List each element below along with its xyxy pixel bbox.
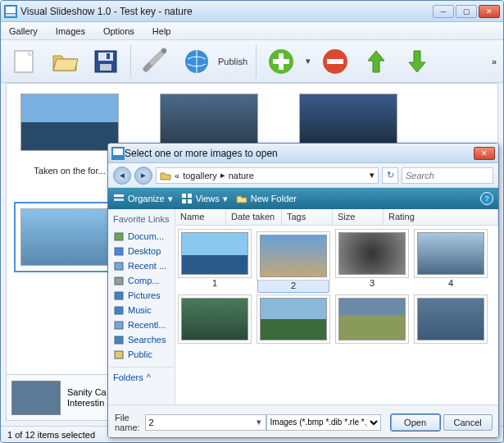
views-label: Views [196, 194, 220, 203]
move-down-button[interactable] [401, 45, 434, 78]
favorite-link[interactable]: Music [110, 303, 173, 317]
col-tags[interactable]: Tags [282, 209, 333, 225]
file-thumb[interactable]: 3 [336, 232, 408, 293]
svg-rect-32 [115, 351, 123, 359]
breadcrumb-sep: « [175, 171, 179, 180]
svg-rect-7 [100, 64, 111, 71]
organize-button[interactable]: Organize ▾ [113, 193, 173, 204]
breadcrumb-part[interactable]: nature [229, 171, 254, 180]
organize-label: Organize [128, 194, 165, 203]
col-rating[interactable]: Rating [384, 209, 498, 225]
chevron-down-icon: ▾ [168, 194, 173, 204]
toolbar-overflow-icon[interactable]: » [492, 57, 497, 66]
dialog-close-button[interactable]: ✕ [474, 147, 495, 160]
open-button[interactable]: Open [391, 414, 440, 431]
computer-icon [113, 275, 125, 286]
favorite-label: Searches [128, 335, 166, 345]
chevron-down-icon[interactable]: ▾ [257, 417, 261, 427]
dialog-body: Favorite Links Docum...DesktopRecent ...… [108, 209, 498, 404]
file-open-dialog: Select one or more images to open ✕ ◄ ► … [107, 143, 499, 438]
favorites-pane: Favorite Links Docum...DesktopRecent ...… [108, 209, 175, 404]
main-titlebar[interactable]: Visual Slideshow 1.0 - Test key - nature… [1, 1, 503, 22]
dialog-titlebar[interactable]: Select one or more images to open ✕ [108, 144, 498, 163]
favorite-link[interactable]: Recent ... [110, 258, 173, 273]
search-input[interactable] [402, 167, 493, 184]
new-folder-button[interactable]: New Folder [236, 193, 297, 204]
organize-icon [113, 193, 125, 204]
add-button[interactable] [265, 45, 297, 78]
settings-button[interactable] [139, 45, 172, 78]
maximize-button[interactable]: ▢ [456, 5, 477, 18]
recent-icon [113, 319, 125, 331]
add-dropdown-icon[interactable]: ▾ [306, 56, 311, 66]
refresh-button[interactable]: ↻ [382, 167, 398, 184]
favorite-link[interactable]: Docum... [110, 229, 173, 244]
svg-rect-26 [115, 263, 123, 270]
main-title: Visual Slideshow 1.0 - Test key - nature [20, 6, 433, 17]
favorite-label: Pictures [128, 290, 161, 300]
main-toolbar: Publish ▾ » [1, 40, 503, 83]
views-button[interactable]: Views ▾ [181, 193, 228, 204]
menubar: Gallery Images Options Help [1, 22, 503, 40]
nav-back-button[interactable]: ◄ [113, 167, 131, 185]
svg-rect-30 [115, 322, 123, 329]
cancel-button[interactable]: Cancel [443, 414, 493, 431]
file-image [338, 298, 406, 340]
file-thumb[interactable] [415, 298, 487, 344]
menu-help[interactable]: Help [149, 25, 175, 38]
chevron-down-icon[interactable]: ▾ [370, 170, 375, 180]
new-button[interactable] [7, 45, 40, 78]
favorite-label: Recentl... [128, 320, 166, 330]
app-icon [4, 5, 17, 18]
svg-rect-20 [182, 194, 186, 198]
folders-toggle[interactable]: Folders ^ [110, 367, 173, 384]
breadcrumb[interactable]: « togallery ▸ nature ▾ [156, 167, 379, 184]
toolbar-separator [256, 45, 257, 78]
menu-gallery[interactable]: Gallery [6, 25, 41, 38]
col-date[interactable]: Date taken [226, 209, 282, 225]
pictures-icon [113, 290, 125, 301]
favorite-link[interactable]: Comp... [110, 273, 173, 288]
favorite-link[interactable]: Desktop [110, 244, 173, 258]
list-header: Name Date taken Tags Size Rating [175, 209, 498, 226]
search-icon [113, 334, 125, 345]
folder-icon [236, 193, 247, 204]
file-thumb[interactable]: 1 [179, 232, 251, 293]
file-thumb[interactable] [257, 298, 329, 344]
filename-input[interactable] [145, 414, 266, 431]
open-button[interactable] [48, 45, 81, 78]
favorite-label: Public [128, 349, 152, 359]
help-button[interactable]: ? [480, 192, 493, 205]
chevron-up-icon: ^ [147, 372, 151, 382]
col-size[interactable]: Size [333, 209, 384, 225]
svg-rect-1 [6, 7, 16, 13]
svg-rect-28 [115, 292, 123, 299]
favorite-label: Music [128, 305, 152, 315]
favorite-link[interactable]: Pictures [110, 288, 173, 303]
file-thumb[interactable] [336, 298, 408, 344]
svg-rect-13 [273, 59, 289, 64]
status-text: 1 of 12 items selected [7, 430, 95, 440]
svg-rect-18 [114, 194, 124, 197]
toolbar-separator [130, 45, 131, 78]
favorite-link[interactable]: Public [110, 347, 173, 362]
move-up-button[interactable] [360, 45, 393, 78]
favorite-link[interactable]: Recentl... [110, 317, 173, 332]
remove-button[interactable] [319, 45, 352, 78]
save-button[interactable] [89, 45, 122, 78]
menu-images[interactable]: Images [52, 25, 89, 38]
detail-line: Sanity Ca [67, 387, 107, 398]
nav-forward-button[interactable]: ► [134, 167, 152, 185]
breadcrumb-part[interactable]: togallery [183, 171, 217, 180]
minimize-button[interactable]: ─ [433, 5, 454, 18]
svg-rect-6 [98, 53, 113, 61]
publish-button[interactable] [180, 45, 213, 78]
col-name[interactable]: Name [175, 209, 226, 225]
close-button[interactable]: ✕ [479, 5, 500, 18]
file-thumb[interactable]: 4 [415, 232, 487, 293]
file-thumb[interactable] [179, 298, 251, 344]
file-thumb[interactable]: 2 [257, 232, 329, 293]
filetype-select[interactable]: Images (*.bmp *.dib *.rle *.jpg * [266, 414, 381, 431]
favorite-link[interactable]: Searches [110, 332, 173, 347]
menu-options[interactable]: Options [100, 25, 138, 38]
